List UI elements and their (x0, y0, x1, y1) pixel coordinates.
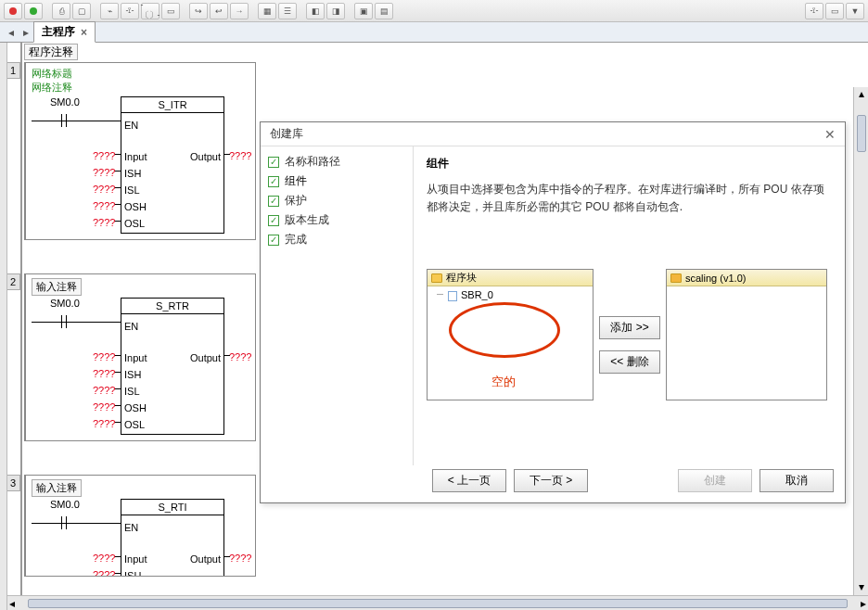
vertical-scrollbar[interactable]: ▴ ▾ (853, 87, 868, 595)
dialog-title: 创建库 (270, 126, 303, 142)
main-toolbar: ⎙ ▢ ⌁ -⟟- -〔〕- ▭ ↪ ↩ → ▦ ☰ ◧ ◨ ▣ ▤ -⟟- ▭… (0, 0, 868, 22)
check-icon: ✓ (268, 157, 279, 168)
source-list-header: 程序块 (428, 270, 593, 286)
contact-no[interactable] (57, 515, 70, 530)
scroll-left-icon[interactable]: ◂ (9, 597, 15, 610)
toolbar-btn[interactable] (4, 3, 22, 19)
toolbar-btn[interactable]: ▢ (72, 3, 91, 19)
toolbar-btn[interactable]: ▣ (354, 3, 373, 19)
page-icon (448, 291, 457, 301)
function-block[interactable]: S_RTI EN Input ISH Output (121, 499, 224, 577)
network-number[interactable]: 2 (7, 273, 20, 290)
toolbar-btn[interactable]: → (230, 3, 249, 19)
dialog-content: 组件 从项目中选择要包含为库中指令的子程序。在对库进行编译时，所有 POU 依存… (414, 146, 845, 465)
network-title[interactable]: 网络标题 (32, 67, 249, 81)
toolbar-btn[interactable]: ◨ (326, 3, 345, 19)
next-button[interactable]: 下一页 > (514, 469, 588, 492)
tab-main-program[interactable]: 主程序 × (33, 21, 96, 43)
toolbar-btn[interactable]: ▭ (825, 3, 844, 19)
toolbar-btn[interactable]: ▭ (161, 3, 180, 19)
horizontal-scrollbar[interactable]: ◂ ▸ (7, 595, 868, 610)
function-block[interactable]: S_RTR EN Input ISH ISL OSH OSL Output (121, 298, 224, 435)
toolbar-btn[interactable] (24, 3, 43, 19)
target-list-header: scaling (v1.0) (667, 270, 826, 286)
toolbar-btn[interactable]: ▦ (258, 3, 276, 19)
check-icon: ✓ (268, 176, 279, 187)
toolbar-btn[interactable]: ☰ (278, 3, 297, 19)
check-icon: ✓ (268, 215, 279, 226)
folder-icon (431, 273, 442, 283)
program-comment[interactable]: 程序注释 (24, 44, 868, 60)
ladder-rung: SM0.0 S_RTR EN Input ISH ISL OSH OSL Out… (32, 298, 249, 437)
side-gutter (0, 43, 7, 610)
toolbar-btn[interactable]: -⟟- (805, 3, 823, 19)
dialog-titlebar[interactable]: 创建库 ✕ (261, 122, 845, 146)
dialog-close-icon[interactable]: ✕ (821, 127, 839, 142)
toolbar-btn[interactable]: -〔〕- (141, 3, 160, 19)
ladder-rung: SM0.0 S_ITR EN Input ISH ISL OSH OSL Out… (32, 96, 249, 235)
folder-icon (670, 273, 682, 283)
network-comment[interactable]: 网络注释 (32, 81, 249, 95)
dialog-nav: ✓名称和路径 ✓组件 ✓保护 ✓版本生成 ✓完成 (261, 146, 414, 465)
nav-step-version[interactable]: ✓版本生成 (268, 210, 405, 230)
network-title[interactable]: 输入注释 (32, 278, 82, 296)
editor-tab-bar: ◂ ▸ 主程序 × (0, 22, 868, 43)
function-block[interactable]: S_ITR EN Input ISH ISL OSH OSL Output (121, 96, 224, 234)
toolbar-btn[interactable]: ↩ (210, 3, 228, 19)
toolbar-btn[interactable]: ▼ (846, 3, 864, 19)
contact-no[interactable] (57, 314, 70, 329)
dialog-footer: < 上一页 下一页 > 创建 取消 (261, 465, 845, 502)
scroll-down-icon[interactable]: ▾ (859, 580, 864, 593)
tab-close-icon[interactable]: × (81, 26, 87, 39)
toolbar-btn[interactable]: ⎙ (52, 3, 70, 19)
nav-step-protect[interactable]: ✓保护 (268, 191, 405, 210)
create-button[interactable]: 创建 (678, 469, 752, 492)
prev-button[interactable]: < 上一页 (432, 469, 506, 492)
contact-no[interactable] (57, 113, 70, 128)
scroll-thumb[interactable] (857, 115, 866, 152)
remove-button[interactable]: << 删除 (599, 350, 660, 374)
tab-label: 主程序 (42, 24, 75, 40)
nav-step-finish[interactable]: ✓完成 (268, 230, 405, 249)
nav-step-name-path[interactable]: ✓名称和路径 (268, 152, 405, 172)
section-description: 从项目中选择要包含为库中指令的子程序。在对库进行编译时，所有 POU 依存项都将… (427, 181, 832, 216)
toolbar-btn[interactable]: ↪ (189, 3, 208, 19)
add-button[interactable]: 添加 >> (599, 316, 660, 339)
scroll-up-icon[interactable]: ▴ (859, 87, 864, 100)
target-list[interactable]: scaling (v1.0) (666, 269, 827, 400)
ladder-rung: SM0.0 S_RTI EN Input ISH Output ???? ???… (32, 499, 249, 577)
network-title[interactable]: 输入注释 (32, 479, 82, 497)
scroll-thumb[interactable] (28, 599, 848, 608)
check-icon: ✓ (268, 196, 279, 207)
toolbar-btn[interactable]: ▤ (375, 3, 393, 19)
check-icon: ✓ (268, 235, 279, 246)
network-number[interactable]: 3 (7, 475, 20, 491)
nav-step-components[interactable]: ✓组件 (268, 172, 405, 191)
tab-scroll-right[interactable]: ▸ (19, 23, 33, 42)
source-list[interactable]: 程序块 SBR_0 (427, 269, 594, 400)
toolbar-btn[interactable]: -⟟- (121, 3, 139, 19)
toolbar-btn[interactable]: ◧ (306, 3, 325, 19)
network-number[interactable]: 1 (7, 62, 20, 79)
scroll-right-icon[interactable]: ▸ (861, 597, 866, 610)
section-title: 组件 (427, 156, 832, 172)
cancel-button[interactable]: 取消 (760, 469, 834, 492)
create-library-dialog: 创建库 ✕ ✓名称和路径 ✓组件 ✓保护 ✓版本生成 ✓完成 组件 从项目中选择… (260, 121, 846, 503)
tree-item-sbr0[interactable]: SBR_0 (428, 286, 593, 304)
toolbar-btn[interactable]: ⌁ (100, 3, 119, 19)
tab-scroll-left[interactable]: ◂ (4, 23, 19, 42)
